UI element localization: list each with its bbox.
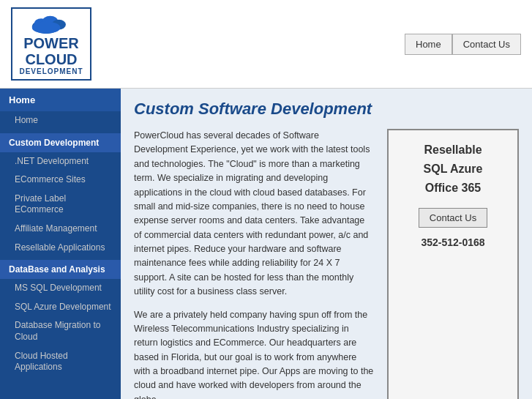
page-title: Custom Software Development xyxy=(134,100,519,119)
sidebar-section-database: DataBase and Analysis xyxy=(0,260,121,279)
home-nav-button[interactable]: Home xyxy=(405,34,452,55)
phone-number: 352-512-0168 xyxy=(397,236,509,248)
contact-us-button[interactable]: Contact Us xyxy=(419,208,487,228)
contact-nav-button[interactable]: Contact Us xyxy=(452,34,521,55)
logo-development: DEVELOPMENT xyxy=(19,67,83,75)
sidebar-item-ecommerce[interactable]: ECommerce Sites xyxy=(0,171,121,190)
main-content: Custom Software Development PowerCloud h… xyxy=(121,89,532,399)
cloud-icon xyxy=(26,12,77,35)
sidebar-item-net[interactable]: .NET Development xyxy=(0,152,121,171)
page-header: POWER CLOUD DEVELOPMENT Home Contact Us xyxy=(0,0,532,89)
logo-text: POWER CLOUD DEVELOPMENT xyxy=(19,35,83,75)
content-text: PowerCloud has several decades of Softwa… xyxy=(134,129,374,399)
sidebar-item-private-label[interactable]: Private Label ECommerce xyxy=(0,190,121,220)
sidebar: Home Home Custom Development .NET Develo… xyxy=(0,89,121,399)
sidebar-item-mssql[interactable]: MS SQL Development xyxy=(0,279,121,298)
logo: POWER CLOUD DEVELOPMENT xyxy=(11,7,91,81)
paragraph-1: PowerCloud has several decades of Softwa… xyxy=(134,129,374,299)
info-sidebar-box: Resellable SQL Azure Office 365 Contact … xyxy=(387,129,519,399)
logo-box: POWER CLOUD DEVELOPMENT xyxy=(11,7,91,81)
paragraph-2: We are a privately held company having s… xyxy=(134,308,374,400)
sql-azure-label: SQL Azure xyxy=(397,163,509,176)
top-navigation: Home Contact Us xyxy=(405,34,521,55)
logo-power: POWER xyxy=(19,35,83,51)
sidebar-item-sqlazure[interactable]: SQL Azure Development xyxy=(0,298,121,317)
sidebar-item-resellable[interactable]: Resellable Applications xyxy=(0,239,121,258)
content-body: PowerCloud has several decades of Softwa… xyxy=(134,129,519,399)
sidebar-item-affiliate[interactable]: Affiliate Management xyxy=(0,220,121,239)
sidebar-item-migration[interactable]: Database Migration to Cloud xyxy=(0,316,121,346)
svg-point-4 xyxy=(32,21,61,34)
office-label: Office 365 xyxy=(397,182,509,195)
sidebar-item-cloud-hosted[interactable]: Cloud Hosted Applications xyxy=(0,347,121,377)
logo-cloud-text: CLOUD xyxy=(19,51,83,67)
main-layout: Home Home Custom Development .NET Develo… xyxy=(0,89,532,399)
resellable-label: Resellable xyxy=(397,143,509,157)
sidebar-section-home[interactable]: Home xyxy=(0,89,121,111)
sidebar-section-custom-dev: Custom Development xyxy=(0,133,121,152)
sidebar-item-home[interactable]: Home xyxy=(0,111,121,130)
